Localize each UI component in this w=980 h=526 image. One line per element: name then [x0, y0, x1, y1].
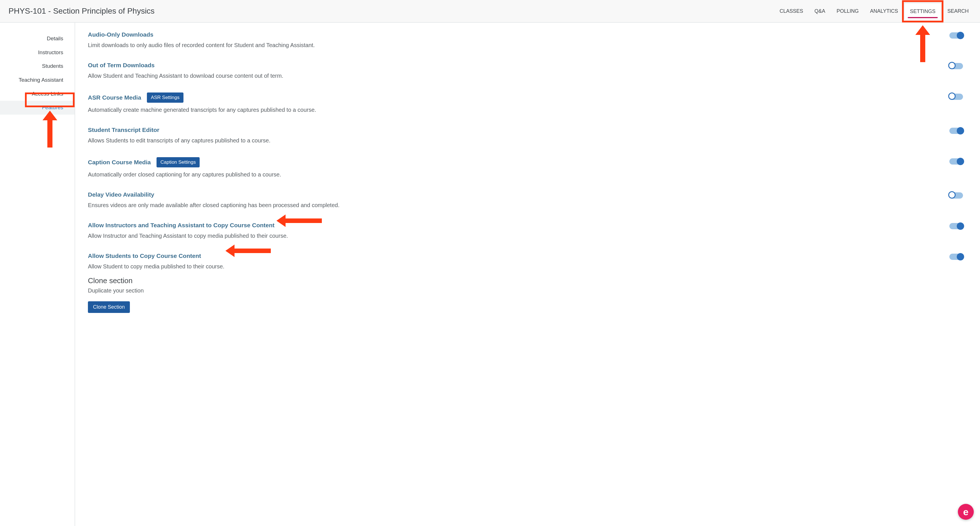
tab-settings-label: SETTINGS: [910, 8, 935, 14]
feature-asr: ASR Course Media ASR Settings Automatica…: [88, 92, 963, 114]
tab-search[interactable]: SEARCH: [942, 3, 974, 19]
tab-polling[interactable]: POLLING: [831, 3, 864, 19]
feature-title: Out of Term Downloads: [88, 62, 154, 69]
sidebar: Details Instructors Students Teaching As…: [0, 23, 75, 526]
sidebar-item-instructors[interactable]: Instructors: [0, 46, 75, 60]
feature-title: Delay Video Availability: [88, 191, 154, 198]
asr-settings-button[interactable]: ASR Settings: [147, 92, 183, 103]
sidebar-item-access-links[interactable]: Access Links: [0, 87, 75, 101]
feature-desc: Allow Student and Teaching Assistant to …: [88, 72, 938, 80]
topbar: PHYS-101 - Section Principles of Physics…: [0, 0, 980, 23]
feature-allow-instr-copy: Allow Instructors and Teaching Assistant…: [88, 222, 963, 240]
page-title: PHYS-101 - Section Principles of Physics: [8, 6, 154, 16]
toggle-audio-only[interactable]: [950, 32, 963, 38]
help-badge[interactable]: e: [958, 504, 974, 520]
feature-title: Caption Course Media: [88, 159, 151, 166]
feature-desc: Allow Instructor and Teaching Assistant …: [88, 231, 938, 240]
feature-student-transcript: Student Transcript Editor Allows Student…: [88, 126, 963, 145]
feature-desc: Automatically order closed captioning fo…: [88, 170, 938, 179]
toggle-allow-instr-copy[interactable]: [950, 223, 963, 229]
feature-allow-students-copy: Allow Students to Copy Course Content Al…: [88, 252, 963, 271]
toggle-delay-video[interactable]: [950, 192, 963, 199]
caption-settings-button[interactable]: Caption Settings: [156, 157, 200, 167]
toggle-student-transcript[interactable]: [950, 128, 963, 134]
main-content: Audio-Only Downloads Limit downloads to …: [75, 23, 980, 526]
toggle-out-of-term[interactable]: [950, 63, 963, 69]
sidebar-item-teaching-assistant[interactable]: Teaching Assistant: [0, 73, 75, 87]
annotation-arrow-features: [43, 111, 57, 148]
clone-heading: Clone section: [88, 276, 963, 285]
tab-qa[interactable]: Q&A: [809, 3, 831, 19]
feature-desc: Automatically create machine generated t…: [88, 105, 938, 114]
feature-title: Audio-Only Downloads: [88, 31, 153, 38]
feature-desc: Allow Student to copy media published to…: [88, 262, 938, 271]
sidebar-item-features[interactable]: Features: [0, 101, 75, 115]
feature-title: Allow Students to Copy Course Content: [88, 252, 201, 259]
feature-desc: Limit downloads to only audio files of r…: [88, 41, 938, 49]
clone-section: Clone section Duplicate your section Clo…: [88, 276, 963, 313]
toggle-asr[interactable]: [950, 94, 963, 100]
tab-classes[interactable]: CLASSES: [774, 3, 809, 19]
feature-title: Student Transcript Editor: [88, 126, 159, 133]
body: Details Instructors Students Teaching As…: [0, 23, 980, 526]
clone-section-button[interactable]: Clone Section: [88, 301, 130, 313]
tab-analytics[interactable]: ANALYTICS: [864, 3, 904, 19]
toggle-caption[interactable]: [950, 158, 963, 164]
tab-row: CLASSES Q&A POLLING ANALYTICS SETTINGS S…: [774, 0, 974, 22]
tab-settings[interactable]: SETTINGS: [904, 3, 942, 19]
toggle-allow-students-copy[interactable]: [950, 253, 963, 260]
feature-title: ASR Course Media: [88, 94, 141, 101]
sidebar-item-details[interactable]: Details: [0, 32, 75, 46]
feature-desc: Ensures videos are only made available a…: [88, 201, 938, 209]
feature-delay-video: Delay Video Availability Ensures videos …: [88, 191, 963, 209]
feature-out-of-term: Out of Term Downloads Allow Student and …: [88, 62, 963, 80]
feature-desc: Allows Students to edit transcripts of a…: [88, 136, 938, 145]
feature-title: Allow Instructors and Teaching Assistant…: [88, 222, 275, 229]
sidebar-item-students[interactable]: Students: [0, 59, 75, 73]
feature-caption: Caption Course Media Caption Settings Au…: [88, 157, 963, 179]
clone-sub: Duplicate your section: [88, 287, 963, 294]
tab-underline: [908, 17, 938, 18]
feature-audio-only: Audio-Only Downloads Limit downloads to …: [88, 31, 963, 49]
